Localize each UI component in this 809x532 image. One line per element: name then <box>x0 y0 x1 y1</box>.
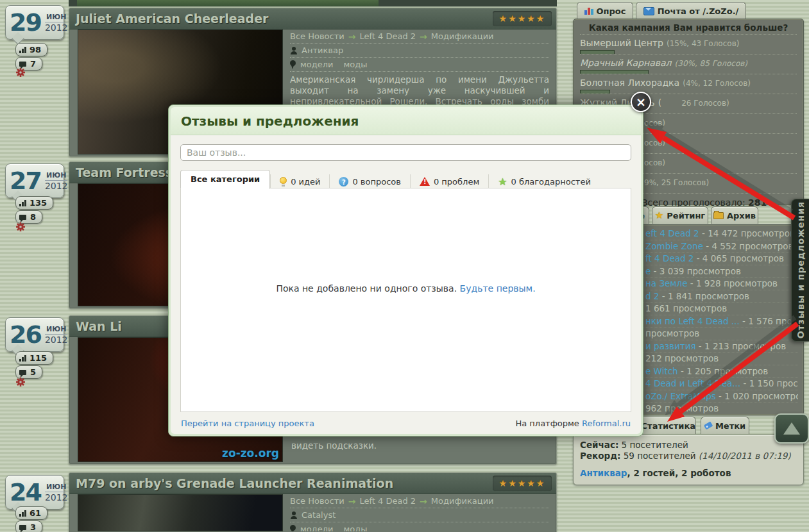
feedback-list-area: Пока не добавлено ни одного отзыва. Будь… <box>180 188 631 412</box>
date-day: 29 <box>10 10 41 35</box>
post-body-fragment: видеть подсказки. <box>291 440 377 451</box>
post-thumbnail[interactable] <box>78 494 283 531</box>
tab-poll[interactable]: Опрос <box>577 2 633 19</box>
news-link[interactable]: ft 4 Dead 2 <box>645 253 694 263</box>
empty-state: Пока не добавлено ни одного отзыва. Будь… <box>181 283 631 294</box>
online-users: Антиквар, 2 гостей, 2 роботов <box>580 468 797 479</box>
tab-problems[interactable]: 0 проблем <box>410 174 488 188</box>
poll-chart-icon <box>584 8 593 15</box>
question-icon <box>339 177 348 187</box>
date-year: 2012 <box>45 22 68 33</box>
news-link[interactable]: eft 4 Dead 2 <box>645 228 699 238</box>
post-title[interactable]: Wan Li <box>76 319 122 333</box>
news-link[interactable]: d 2 <box>645 291 659 301</box>
scroll-to-top-button[interactable] <box>774 413 809 444</box>
modal-title: Отзывы и предложения <box>181 113 359 129</box>
news-link[interactable]: на Земле <box>645 278 687 288</box>
feedback-side-tab[interactable]: Отзывы и предложения <box>791 199 809 342</box>
date-month: ИЮН <box>45 483 67 492</box>
post-title[interactable]: M79 on arby's Grenade Launcher Reanimati… <box>76 476 393 490</box>
tab-mail[interactable]: Почта от /.ZoZo./ <box>636 2 746 19</box>
reformal-link[interactable]: Reformal.ru <box>582 419 631 428</box>
news-link[interactable]: Zombie Zone <box>645 241 703 251</box>
poll-option[interactable]: Мрачный Карнавал (30%, 85 Голосов) <box>580 54 797 74</box>
poll-option-votes: (4%, 12 Голосов) <box>683 79 751 88</box>
news-views: - 1 213 просмотров <box>696 341 787 351</box>
author-name: Антиквар <box>302 46 343 55</box>
project-page-link[interactable]: Перейти на страницу проекта <box>181 419 314 428</box>
tab-questions[interactable]: 0 вопросов <box>329 174 410 188</box>
feedback-input[interactable] <box>180 144 631 161</box>
tab-label: Почта от /.ZoZo./ <box>658 6 739 16</box>
tag-link[interactable]: модели <box>300 524 334 531</box>
tab-ideas[interactable]: 0 идей <box>270 174 329 188</box>
news-link[interactable]: 4 Dead и Left 4 Dea... <box>645 378 740 388</box>
poll-option[interactable]: Вымерший Центр (15%, 43 Голосов) <box>580 34 797 54</box>
breadcrumb: Все Новости → Left 4 Dead 2 → Модификаци… <box>290 494 549 508</box>
pin-icon <box>290 525 296 532</box>
tab-rating[interactable]: Рейтинг <box>652 206 708 224</box>
visitors-now: Сейчас: 5 посетителей <box>580 440 797 451</box>
user-link[interactable]: Антиквар <box>580 468 627 478</box>
comment-icon <box>19 62 26 67</box>
views-badge: 61 <box>15 506 47 520</box>
news-views: 962 просмотров <box>645 403 719 413</box>
tab-label: Рейтинг <box>667 211 705 220</box>
breadcrumb-link[interactable]: Модификации <box>431 31 494 41</box>
tags-row: модели моды <box>290 58 549 72</box>
arrow-right-icon: → <box>420 31 427 42</box>
platform-note: На платформе Reformal.ru <box>515 419 631 428</box>
tag-link[interactable]: моды <box>344 524 368 531</box>
views-count: 98 <box>30 45 41 54</box>
person-icon <box>290 511 298 519</box>
post-date-badge: 24 ИЮН 2012 <box>5 475 64 510</box>
tab-label: Архив <box>727 211 756 220</box>
tab-gratitudes[interactable]: 0 благодарностей <box>488 174 600 188</box>
comments-count: 7 <box>30 59 36 69</box>
news-views: - 1 841 просмотров <box>659 291 749 301</box>
rating-widget[interactable]: ★★★★★ <box>493 11 552 26</box>
lightbulb-icon <box>280 177 287 187</box>
news-views: - 1 020 просмотров <box>716 391 798 401</box>
gear-icon[interactable] <box>15 67 26 78</box>
breadcrumb-link[interactable]: Модификации <box>431 496 494 506</box>
news-link[interactable]: нки по Left 4 Dead ... <box>645 316 740 326</box>
breadcrumb: Все Новости → Left 4 Dead 2 → Модификаци… <box>290 29 549 44</box>
gear-icon[interactable] <box>15 377 26 387</box>
poll-option[interactable]: Болотная Лихорадка (4%, 12 Голосов) <box>580 74 797 94</box>
close-icon[interactable]: × <box>631 92 651 112</box>
tag-link[interactable]: модели <box>300 60 334 69</box>
tag-link[interactable]: моды <box>344 60 368 69</box>
category-tabs: Все категории 0 идей 0 вопросов 0 пробле… <box>180 170 631 188</box>
comment-icon <box>19 370 26 375</box>
poll-option-votes: (30%, 85 Голосов) <box>675 59 747 68</box>
news-link[interactable]: е Witch <box>645 366 678 376</box>
post-title[interactable]: Juliet American Cheerleader <box>76 12 268 26</box>
breadcrumb-link[interactable]: Left 4 Dead 2 <box>359 31 416 41</box>
poll-option-votes: (15%, 43 Голосов) <box>667 39 739 48</box>
be-first-link[interactable]: Будьте первым. <box>460 283 536 294</box>
rating-widget[interactable]: ★★★★★ <box>493 476 552 491</box>
comments-badge[interactable]: 3 <box>15 520 42 532</box>
mail-icon <box>643 7 654 15</box>
breadcrumb-link[interactable]: Left 4 Dead 2 <box>359 496 416 506</box>
author-name: Catalyst <box>302 510 336 520</box>
poll-option-votes: 26 Голосов) <box>681 99 729 108</box>
feedback-tab-label: Отзывы и предложения <box>796 201 806 338</box>
tab-archive[interactable]: Архив <box>711 206 758 224</box>
tab-all-categories[interactable]: Все категории <box>180 170 270 189</box>
news-views: - 4 552 просмотров <box>703 241 794 251</box>
comment-icon <box>19 215 26 220</box>
poll-option-label: Мрачный Карнавал <box>580 58 672 68</box>
views-icon <box>19 200 26 206</box>
breadcrumb-link[interactable]: Все Новости <box>290 496 345 506</box>
news-link[interactable]: oZo./ ExtraMaps <box>645 391 716 401</box>
gear-icon[interactable] <box>15 222 26 232</box>
news-link[interactable]: и развития <box>645 341 696 351</box>
news-views: 212 просмотров <box>645 353 719 363</box>
news-views: 1 661 просмотров <box>645 303 727 313</box>
tab-label: 0 идей <box>291 177 320 187</box>
tab-tags[interactable]: Метки <box>701 417 749 434</box>
news-views: - 14 472 просмотров <box>699 228 795 238</box>
breadcrumb-link[interactable]: Все Новости <box>290 31 345 41</box>
